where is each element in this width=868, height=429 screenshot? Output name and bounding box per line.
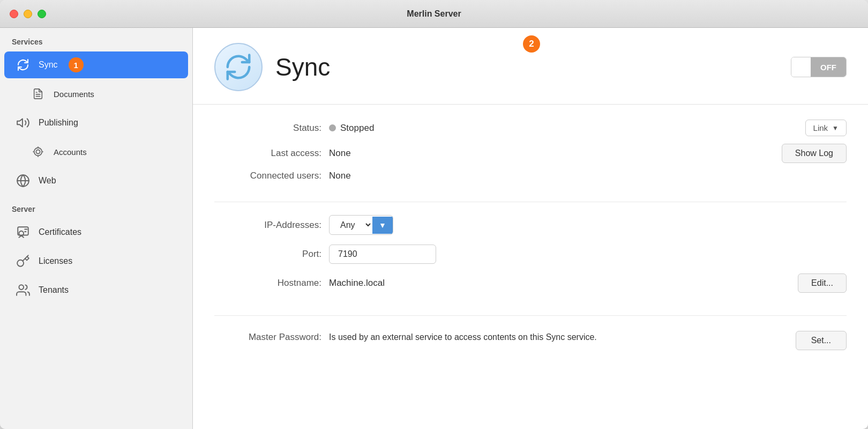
sidebar-item-sync[interactable]: Sync 1	[4, 51, 188, 78]
edit-button[interactable]: Edit...	[798, 273, 847, 293]
titlebar: Merlin Server	[0, 0, 868, 28]
sidebar-item-licenses[interactable]: Licenses	[4, 248, 188, 275]
sidebar-item-tenants-label: Tenants	[39, 285, 69, 295]
publishing-icon	[15, 115, 31, 131]
maximize-button[interactable]	[38, 10, 46, 18]
sync-icon	[15, 57, 31, 73]
last-access-row: Last access: None Show Log	[214, 144, 847, 163]
minimize-button[interactable]	[24, 10, 32, 18]
main-content: 2 Sync OFF Status: Stopped	[193, 28, 868, 429]
ip-select-wrapper[interactable]: Any ▼	[329, 215, 393, 235]
svg-point-3	[36, 150, 40, 153]
status-section: Status: Stopped Link ▼ Last access: None	[214, 120, 847, 202]
service-toggle[interactable]: OFF	[791, 57, 847, 77]
connected-users-value: None	[329, 171, 351, 181]
licenses-icon	[15, 253, 31, 269]
port-input[interactable]	[329, 245, 436, 264]
ip-addresses-row: IP-Addresses: Any ▼	[214, 215, 847, 235]
last-access-label: Last access:	[214, 148, 321, 159]
connected-users-label: Connected users:	[214, 171, 321, 181]
sidebar-item-web-label: Web	[39, 176, 56, 186]
link-dropdown-label: Link	[813, 123, 828, 132]
content-header: 2 Sync OFF	[193, 28, 868, 105]
sync-badge: 1	[69, 57, 84, 72]
ip-dropdown-button[interactable]: ▼	[372, 217, 393, 234]
master-password-desc: Is used by an external service to access…	[329, 331, 597, 344]
content-body: Status: Stopped Link ▼ Last access: None	[193, 105, 868, 365]
status-dot-icon	[329, 124, 336, 131]
port-row: Port:	[214, 245, 847, 264]
sidebar-item-licenses-label: Licenses	[39, 256, 72, 266]
network-section: IP-Addresses: Any ▼ Port:	[214, 215, 847, 316]
last-access-value: None	[329, 148, 351, 159]
status-row: Status: Stopped Link ▼	[214, 120, 847, 136]
sidebar-item-certificates[interactable]: Certificates	[4, 219, 188, 246]
link-dropdown[interactable]: Link ▼	[805, 120, 847, 136]
svg-marker-2	[17, 119, 23, 127]
password-row: Master Password: Is used by an external …	[214, 331, 847, 350]
hostname-value: Machine.local	[329, 278, 385, 289]
content-badge: 2	[523, 35, 540, 53]
traffic-lights	[10, 10, 46, 18]
window-title: Merlin Server	[407, 9, 461, 19]
show-log-button[interactable]: Show Log	[782, 144, 847, 163]
connected-users-row: Connected users: None	[214, 171, 847, 181]
server-section-header: Server	[0, 195, 192, 218]
sidebar-item-web[interactable]: Web	[4, 167, 188, 194]
sidebar-item-publishing[interactable]: Publishing	[4, 109, 188, 136]
sidebar-item-accounts-label: Accounts	[54, 147, 87, 157]
sidebar-item-documents[interactable]: Documents	[4, 80, 188, 107]
master-password-label: Master Password:	[214, 331, 321, 343]
certificates-icon	[15, 224, 31, 240]
hostname-label: Hostname:	[214, 278, 321, 289]
password-section: Master Password: Is used by an external …	[214, 329, 847, 350]
chevron-down-icon: ▼	[379, 221, 386, 230]
web-icon	[15, 173, 31, 189]
chevron-down-icon: ▼	[832, 124, 839, 132]
documents-icon	[30, 86, 46, 102]
hostname-row: Hostname: Machine.local Edit...	[214, 273, 847, 293]
sidebar-item-accounts[interactable]: Accounts	[4, 138, 188, 165]
toggle-off-option[interactable]: OFF	[811, 57, 846, 77]
ip-addresses-label: IP-Addresses:	[214, 220, 321, 231]
services-section-header: Services	[0, 28, 192, 50]
status-label: Status:	[214, 123, 321, 134]
status-value: Stopped	[329, 123, 374, 134]
accounts-icon	[30, 144, 46, 160]
tenants-icon	[15, 282, 31, 298]
sidebar-item-sync-label: Sync	[39, 60, 58, 70]
set-button[interactable]: Set...	[796, 331, 847, 350]
port-label: Port:	[214, 249, 321, 260]
status-text: Stopped	[340, 123, 374, 134]
svg-point-11	[19, 285, 24, 290]
service-icon	[214, 43, 263, 91]
sidebar: Services Sync 1	[0, 28, 193, 429]
toggle-on-option[interactable]	[791, 57, 811, 77]
sidebar-item-publishing-label: Publishing	[39, 118, 78, 128]
ip-select[interactable]: Any	[330, 216, 372, 234]
sidebar-item-documents-label: Documents	[54, 90, 94, 99]
close-button[interactable]	[10, 10, 18, 18]
page-title: Sync	[275, 53, 330, 82]
sidebar-item-tenants[interactable]: Tenants	[4, 277, 188, 304]
sidebar-item-certificates-label: Certificates	[39, 227, 81, 237]
